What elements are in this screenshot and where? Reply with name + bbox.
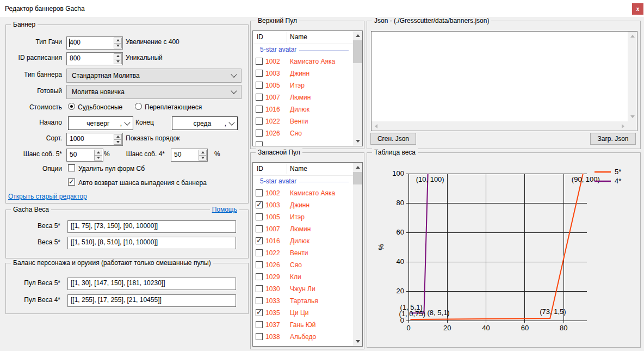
scroll-thumb[interactable] [353,40,362,63]
pool-row[interactable]: 1037Гань Юй [253,319,353,331]
cost-radio-intertwined[interactable] [135,103,142,110]
row-checkbox[interactable] [256,225,263,232]
row-checkbox[interactable] [256,249,263,256]
sort-input[interactable]: 1000 [66,133,123,146]
pool-row[interactable]: 1002Камисато Аяка [253,56,353,68]
reserve-pool-list[interactable]: ID Name 5-star avatar1002Камисато Аяка10… [252,162,363,347]
scroll-left-button[interactable] [371,121,381,131]
row-name: Ци Ци [290,309,309,317]
scroll-up-button[interactable] [353,31,362,40]
auto-return-checkbox[interactable] [68,178,75,186]
weights5-input-1[interactable]: [[1, 75], [73, 150], [90, 10000]] [67,220,236,233]
row-checkbox[interactable] [256,261,263,268]
pool-row[interactable]: 1016Дилюк [253,236,353,248]
pool-row[interactable]: 1003Джинн [253,68,353,80]
weight-chart-group: Таблица веса 020406080100020406080%(10, … [367,152,641,348]
chevron-down-icon [124,119,130,125]
pool-row[interactable]: 1026Сяо [253,128,353,140]
options-label: Опции [6,165,62,173]
gacha-type-hint: Увеличение с 400 [126,38,179,46]
pool-row[interactable]: 1007Люмин [253,224,353,236]
pool-row[interactable]: 1026Сяо [253,260,353,272]
json-hscrollbar[interactable] [371,121,628,131]
row-checkbox[interactable] [256,189,263,196]
pool-weight4-label: Пул Веса 4* [6,296,60,304]
pool-row[interactable]: 1033Тарталья [253,295,353,307]
gacha-type-input[interactable]: 400 [66,36,123,50]
row-checkbox[interactable] [256,321,263,328]
chance5-spinner[interactable] [94,150,102,161]
reserve-pool-scrollbar[interactable] [353,163,362,346]
scroll-down-button[interactable] [353,337,362,346]
pool-row[interactable]: 1002Камисато Аяка [253,188,353,200]
end-day-combobox[interactable]: среда , [172,116,238,130]
svg-text:(10, 100): (10, 100) [416,175,444,183]
weights5-input-2[interactable]: [[1, 510], [8, 510], [10, 10000]] [67,237,236,249]
help-link[interactable]: Помощь [210,206,239,213]
json-group-title: Json - (./Gresscutter/data/banners.json) [372,17,491,24]
chance4-spinner[interactable] [199,150,207,161]
svg-text:20: 20 [397,287,404,295]
scroll-up-button[interactable] [353,163,362,172]
row-checkbox[interactable] [256,94,263,101]
row-checkbox[interactable] [256,58,263,65]
json-textarea[interactable] [371,32,629,122]
pool-row[interactable]: 1016Дилюк [253,104,353,116]
row-checkbox[interactable] [256,201,263,208]
load-json-button[interactable]: Загр. Json [590,133,636,145]
upper-pool-scrollbar[interactable] [353,31,362,146]
row-name: Дилюк [290,237,309,245]
row-checkbox[interactable] [256,130,263,137]
row-checkbox[interactable] [256,285,263,292]
scroll-down-button[interactable] [353,137,362,146]
pool-row[interactable]: 1022Венти [253,116,353,128]
row-checkbox[interactable] [256,82,263,89]
cost-radio-fate[interactable] [68,103,75,110]
delete-pool-checkbox[interactable] [68,164,75,171]
pool-weight4-input[interactable]: [[1, 255], [17, 255], [21, 10455]] [67,294,236,307]
prefab-combobox[interactable]: Молитва новичка [66,85,242,99]
pool-row[interactable]: 1035Ци Ци [253,307,353,319]
scroll-down-button[interactable] [628,112,637,121]
row-checkbox[interactable] [256,309,263,316]
banner-type-combobox[interactable]: Стандартная Молитва [66,69,242,83]
row-checkbox[interactable] [256,106,263,113]
scroll-thumb[interactable] [353,172,362,184]
row-checkbox[interactable] [256,237,263,244]
pool-row[interactable]: 1005Итэр [253,212,353,224]
row-checkbox[interactable] [256,70,263,77]
row-checkbox[interactable] [256,213,263,220]
open-old-editor-link[interactable]: Открыть старый редактор [8,193,87,200]
pool-row[interactable]: 1038Альбедо [253,331,353,343]
pool-row[interactable]: 1029Кли [253,272,353,284]
pool-row[interactable]: 1007Люмин [253,92,353,104]
scroll-right-button[interactable] [618,121,628,131]
upper-pool-title: Верхний Пул [256,17,299,24]
chance5-input[interactable]: 50 [66,149,103,162]
row-name: Гань Юй [290,321,316,329]
svg-text:%: % [377,244,385,250]
arrow-up-icon [630,35,635,38]
start-day-combobox[interactable]: четверг , [68,116,133,130]
row-checkbox[interactable] [256,273,263,280]
chance4-input[interactable]: 50 [171,149,208,162]
generate-json-button[interactable]: Сген. Json [370,133,416,145]
schedule-id-spinner[interactable] [114,53,122,64]
close-button[interactable]: x [632,3,643,15]
row-checkbox[interactable] [256,297,263,304]
sort-spinner[interactable] [114,134,122,145]
gacha-type-spinner[interactable] [114,38,122,48]
pool-weight5-input[interactable]: [[1, 30], [147, 150], [181, 10230]] [67,278,236,290]
pool-row[interactable]: 1005Итэр [253,80,353,92]
json-vscrollbar[interactable] [628,32,637,121]
upper-pool-list[interactable]: ID Name 5-star avatar1002Камисато Аяка10… [252,30,363,146]
scroll-up-button[interactable] [628,32,637,41]
pool-row[interactable]: 1022Венти [253,248,353,260]
weight-chart: 020406080100020406080%(10, 100)(90, 100)… [367,153,639,346]
pool-row[interactable]: 1030Чжун Ли [253,284,353,295]
row-checkbox[interactable] [256,118,263,125]
row-checkbox[interactable] [256,333,263,340]
schedule-id-input[interactable]: 800 [66,52,123,65]
upper-pool-group: Верхний Пул ID Name 5-star avatar1002Кам… [250,21,364,149]
pool-row[interactable]: 1003Джинн [253,200,353,212]
